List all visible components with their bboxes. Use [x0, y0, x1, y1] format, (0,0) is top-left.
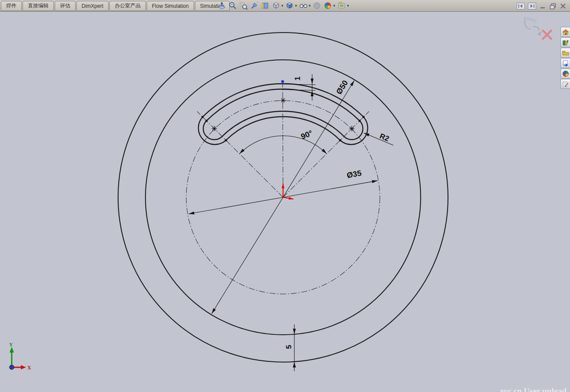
command-tabs: 焊件 直接编辑 评估 DimXpert 办公室产品 Flow Simulatio… [1, 1, 230, 11]
zoom-to-fit-icon[interactable] [217, 1, 226, 10]
apply-scene-dropdown[interactable]: ▾ [347, 4, 349, 8]
custom-properties-icon [562, 81, 569, 88]
toggle-right-pane-button[interactable] [528, 3, 536, 10]
restore-button[interactable] [549, 3, 557, 10]
custom-properties-tab[interactable] [560, 79, 570, 89]
zoom-to-area-icon[interactable] [239, 1, 248, 10]
sketch-point-blue[interactable] [281, 80, 284, 83]
view-palette-icon [562, 60, 569, 67]
triad-y-label: Y [9, 342, 13, 348]
confirm-sketch-icon[interactable] [525, 17, 542, 36]
heads-up-view-toolbar: ▾ ▾ ▾ ▾ [217, 0, 349, 11]
appearances-tab[interactable] [560, 69, 570, 78]
tab-weldments[interactable]: 焊件 [1, 1, 22, 11]
previous-view-icon[interactable] [250, 1, 259, 10]
home-icon [562, 29, 569, 36]
realview-icon[interactable] [313, 1, 322, 10]
folder-icon [562, 49, 569, 56]
graphics-area[interactable]: 1 Ø50 Ø35 90° R2 5 [0, 12, 570, 392]
file-explorer-tab[interactable] [560, 48, 570, 58]
design-library-icon [562, 39, 569, 46]
display-style-icon[interactable] [285, 1, 294, 10]
tab-evaluate[interactable]: 评估 [55, 1, 76, 11]
tab-office-products[interactable]: 办公室产品 [109, 1, 146, 11]
edit-appearance-dropdown[interactable]: ▾ [333, 4, 336, 8]
display-style-dropdown[interactable]: ▾ [295, 4, 297, 8]
dim-inner-diameter[interactable]: Ø50 [334, 79, 349, 96]
reference-triad: Y X [9, 342, 31, 371]
tab-flow-simulation[interactable]: Flow Simulation [147, 1, 194, 11]
solidworks-resources-tab[interactable] [560, 27, 570, 37]
edit-appearance-icon[interactable] [323, 1, 333, 10]
dim-slot-angle[interactable]: 90° [300, 128, 314, 141]
dim-ring-width[interactable]: 5 [285, 345, 293, 349]
apply-scene-icon[interactable] [337, 1, 346, 10]
triad-z-axis-dot [10, 365, 14, 369]
dim-slot-end-radius[interactable]: R2 [379, 132, 390, 143]
watermark-text: ayc.cn User upload [500, 386, 567, 392]
view-orientation-dropdown[interactable]: ▾ [281, 4, 283, 8]
triad-x-label: X [27, 365, 31, 371]
confirm-cancel-icon[interactable] [542, 30, 552, 39]
dim-wall-offset[interactable]: 1 [293, 76, 302, 80]
zoom-in-out-icon[interactable] [228, 1, 237, 10]
sketch-origin[interactable] [283, 183, 293, 199]
hide-show-items-dropdown[interactable]: ▾ [309, 4, 311, 8]
tab-dimxpert[interactable]: DimXpert [76, 1, 109, 11]
dimension-lines [189, 74, 394, 371]
design-library-tab[interactable] [560, 37, 570, 47]
tab-direct-editing[interactable]: 直接编辑 [23, 1, 54, 11]
task-pane-tabs [560, 27, 570, 89]
view-palette-tab[interactable] [560, 58, 570, 68]
minimize-button[interactable] [539, 3, 546, 10]
toggle-left-pane-button[interactable] [517, 3, 525, 10]
section-view-icon[interactable] [260, 1, 270, 10]
slot-inner-profile[interactable] [203, 89, 363, 140]
close-button[interactable] [560, 3, 567, 10]
appearances-sphere-icon [562, 70, 569, 77]
solidworks-window: 1 Ø50 Ø35 90° R2 5 [0, 0, 570, 392]
left-45-centerline[interactable] [197, 111, 283, 197]
confirmation-corner [525, 17, 552, 39]
window-controls [517, 1, 567, 11]
dim-pitch-diameter[interactable]: Ø35 [346, 169, 362, 180]
view-orientation-icon[interactable] [271, 1, 280, 10]
sketch-drawing: 1 Ø50 Ø35 90° R2 5 [0, 12, 570, 392]
hide-show-items-icon[interactable] [299, 1, 308, 10]
command-manager-bar: 焊件 直接编辑 评估 DimXpert 办公室产品 Flow Simulatio… [0, 0, 570, 12]
